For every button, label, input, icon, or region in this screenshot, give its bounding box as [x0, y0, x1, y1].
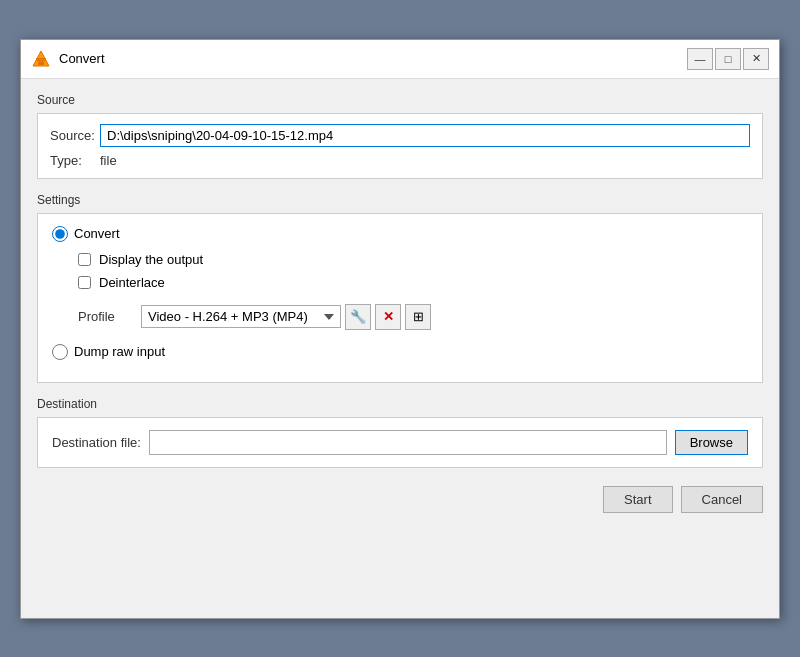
- profile-label: Profile: [78, 309, 133, 324]
- destination-file-row: Destination file: Browse: [52, 430, 748, 455]
- source-label: Source:: [50, 128, 100, 143]
- deinterlace-checkbox[interactable]: [78, 276, 91, 289]
- deinterlace-row[interactable]: Deinterlace: [78, 275, 748, 290]
- maximize-button[interactable]: □: [715, 48, 741, 70]
- titlebar: Convert — □ ✕: [21, 40, 779, 79]
- window-controls: — □ ✕: [687, 48, 769, 70]
- convert-window: Convert — □ ✕ Source Source: Type: file …: [20, 39, 780, 619]
- source-section-label: Source: [37, 93, 763, 107]
- minimize-button[interactable]: —: [687, 48, 713, 70]
- convert-radio-label[interactable]: Convert: [74, 226, 120, 241]
- start-button[interactable]: Start: [603, 486, 672, 513]
- source-file-row: Source:: [50, 124, 750, 147]
- bottom-buttons: Start Cancel: [37, 482, 763, 521]
- svg-rect-1: [38, 62, 44, 65]
- display-output-checkbox[interactable]: [78, 253, 91, 266]
- destination-section: Destination file: Browse: [37, 417, 763, 468]
- destination-input[interactable]: [149, 430, 667, 455]
- source-section: Source: Type: file: [37, 113, 763, 179]
- display-output-row[interactable]: Display the output: [78, 252, 748, 267]
- window-title: Convert: [59, 51, 687, 66]
- vlc-icon: [31, 49, 51, 69]
- red-x-icon: ✕: [383, 309, 394, 324]
- cancel-button[interactable]: Cancel: [681, 486, 763, 513]
- convert-radio[interactable]: [52, 226, 68, 242]
- svg-rect-3: [36, 58, 46, 60]
- profile-edit-button[interactable]: 🔧: [345, 304, 371, 330]
- svg-rect-2: [37, 60, 45, 62]
- deinterlace-label[interactable]: Deinterlace: [99, 275, 165, 290]
- dest-file-label: Destination file:: [52, 435, 141, 450]
- settings-section: Convert Display the output Deinterlace P…: [37, 213, 763, 383]
- type-row: Type: file: [50, 153, 750, 168]
- dialog-content: Source Source: Type: file Settings Conve…: [21, 79, 779, 535]
- profile-delete-button[interactable]: ✕: [375, 304, 401, 330]
- settings-section-label: Settings: [37, 193, 763, 207]
- close-button[interactable]: ✕: [743, 48, 769, 70]
- dump-raw-radio[interactable]: [52, 344, 68, 360]
- profile-select-wrapper: Video - H.264 + MP3 (MP4) Video - H.265 …: [141, 304, 431, 330]
- wrench-icon: 🔧: [350, 309, 366, 324]
- grid-icon: ⊞: [413, 309, 424, 324]
- browse-button[interactable]: Browse: [675, 430, 748, 455]
- dump-raw-radio-row[interactable]: Dump raw input: [52, 344, 748, 360]
- type-value: file: [100, 153, 117, 168]
- source-input[interactable]: [100, 124, 750, 147]
- convert-radio-row[interactable]: Convert: [52, 226, 748, 242]
- profile-list-button[interactable]: ⊞: [405, 304, 431, 330]
- type-label: Type:: [50, 153, 100, 168]
- profile-row: Profile Video - H.264 + MP3 (MP4) Video …: [78, 304, 748, 330]
- display-output-label[interactable]: Display the output: [99, 252, 203, 267]
- destination-section-label: Destination: [37, 397, 763, 411]
- profile-select[interactable]: Video - H.264 + MP3 (MP4) Video - H.265 …: [141, 305, 341, 328]
- dump-raw-label[interactable]: Dump raw input: [74, 344, 165, 359]
